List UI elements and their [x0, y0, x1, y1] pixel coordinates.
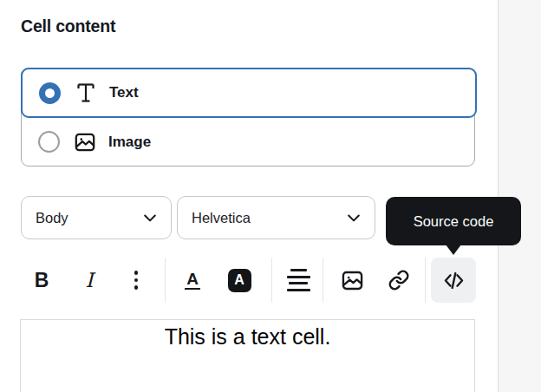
source-code-icon: [442, 269, 466, 292]
bold-button[interactable]: B: [23, 258, 61, 303]
insert-link-button[interactable]: [380, 258, 418, 303]
source-code-button[interactable]: [431, 258, 476, 303]
align-center-icon: [286, 269, 310, 291]
text-color-icon: A: [185, 271, 200, 290]
text-style-select[interactable]: Body: [21, 196, 172, 239]
cell-type-image-label: Image: [108, 134, 151, 151]
cell-type-option-text[interactable]: Text: [21, 68, 477, 118]
cell-type-radio-group: Image Text: [21, 68, 475, 167]
align-center-button[interactable]: [279, 258, 317, 303]
toolbar-divider: [271, 258, 272, 303]
bold-icon: B: [35, 269, 49, 292]
font-family-select-value: Helvetica: [192, 210, 251, 226]
editor-content[interactable]: This is a text cell.: [21, 323, 474, 350]
toolbar-divider: [323, 258, 323, 303]
radio-unselected-icon[interactable]: [38, 131, 60, 153]
cell-type-text-label: Text: [109, 84, 139, 101]
chevron-down-icon: [345, 209, 362, 226]
kebab-menu-icon: [134, 271, 139, 290]
cell-content-panel: Cell content Image: [0, 0, 541, 392]
page-title: Cell content: [21, 16, 115, 36]
link-icon: [388, 269, 410, 291]
source-code-tooltip: Source code: [386, 197, 521, 245]
italic-button[interactable]: I: [70, 258, 108, 303]
font-family-select[interactable]: Helvetica: [177, 196, 375, 239]
text-serif-icon: [75, 82, 97, 104]
cell-type-option-image[interactable]: Image: [22, 117, 474, 167]
image-icon: [341, 269, 364, 292]
page-background-strip: [498, 0, 541, 392]
text-cell-editor[interactable]: This is a text cell.: [20, 319, 475, 392]
formatting-toolbar: B I A A: [0, 258, 498, 303]
toolbar-divider: [165, 258, 166, 303]
toolbar-divider: [425, 258, 426, 303]
tooltip-text: Source code: [414, 213, 494, 230]
text-color-button[interactable]: A: [173, 258, 212, 303]
image-icon: [74, 131, 96, 154]
highlight-color-button[interactable]: A: [220, 258, 258, 303]
text-style-select-value: Body: [36, 210, 68, 226]
more-options-button[interactable]: [117, 258, 155, 303]
chevron-down-icon: [141, 209, 159, 226]
radio-selected-icon[interactable]: [39, 82, 61, 104]
insert-image-button[interactable]: [333, 258, 371, 303]
italic-icon: I: [85, 269, 93, 291]
highlight-color-icon: A: [228, 269, 251, 292]
